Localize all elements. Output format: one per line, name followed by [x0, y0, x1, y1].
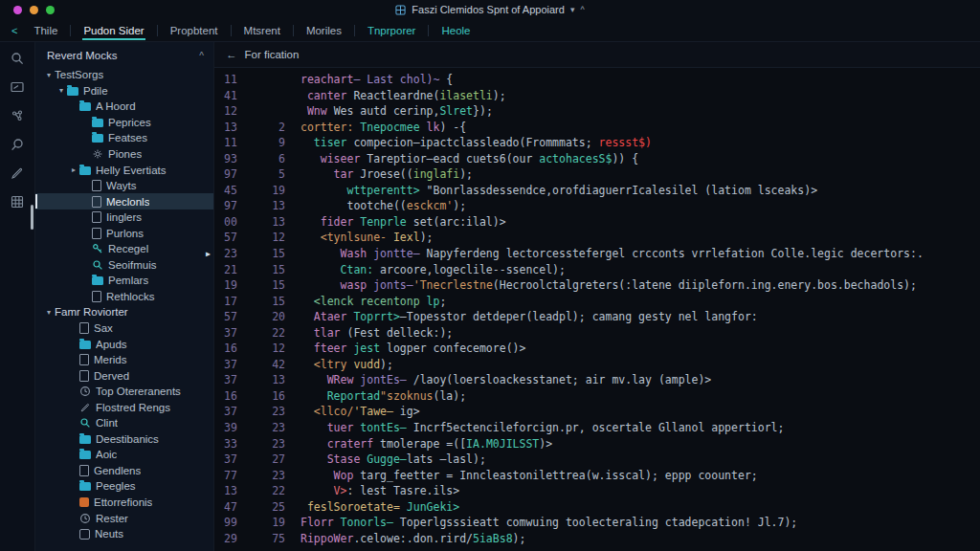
sidebar-item-a-hoord[interactable]: A Hoord	[35, 99, 213, 115]
menu-item-thile[interactable]: Thile	[21, 20, 70, 41]
code-line[interactable]: 7723 Wop targ_feetter = Inncleastonilett…	[214, 468, 980, 484]
code-line[interactable]: 5720 Ataer Toprrt>—Topesstor detdeper(le…	[214, 309, 980, 325]
menu-item-heole[interactable]: Heole	[429, 20, 482, 41]
secondary-line-number: 6	[253, 151, 285, 167]
sidebar-item-clint[interactable]: Clint	[35, 415, 213, 431]
code-area[interactable]: 11reachart— Last chol)~ {41 canter React…	[214, 68, 980, 551]
code-line[interactable]: 5712 <tynlsune- Iexl);	[214, 230, 980, 246]
sidebar-item-famr-roviorter[interactable]: ▾Famr Roviorter	[35, 304, 213, 320]
sidebar-item-neuts[interactable]: Neuts	[35, 526, 213, 542]
screen-icon[interactable]	[10, 79, 25, 95]
code-line[interactable]: 3323 craterf tmolerape =([IA.M0JILSST)>	[214, 436, 980, 452]
sidebar-item-sax[interactable]: Sax	[35, 320, 213, 337]
code-line[interactable]: 4519 wttperentt> "Bonrlassdessendce,orof…	[214, 183, 980, 199]
code-line[interactable]: 132cortter: Tnepocmee lk) -{	[214, 120, 980, 136]
code-line[interactable]: 11reachart— Last chol)~ {	[214, 72, 980, 88]
sidebar-item-derved[interactable]: Derved	[35, 367, 213, 384]
sidebar-item-pdile[interactable]: ▾Pdile	[35, 83, 213, 99]
sidebar-item-flostred-rengs[interactable]: Flostred Rengs	[35, 399, 213, 415]
menu-item-moriles[interactable]: Moriles	[294, 20, 354, 41]
code-line[interactable]: 0013 fider Tenprle set(arc:ilal)>	[214, 214, 980, 231]
code-line[interactable]: 3923 tuer tontEs— Incrf5ectencileforcign…	[214, 420, 980, 436]
maximize-window-button[interactable]	[46, 6, 55, 14]
puzzle-icon[interactable]	[10, 108, 25, 123]
secondary-line-number: 15	[253, 277, 285, 294]
sidebar-item-aoic[interactable]: Aoic	[35, 447, 213, 463]
chevron-down-icon[interactable]: ▾	[43, 71, 55, 79]
grid-icon[interactable]	[10, 194, 25, 209]
title-collapse-icon[interactable]: ^	[580, 5, 584, 14]
code-line[interactable]: 41 canter Reactleardne(ilasetli);	[214, 88, 980, 104]
chevron-down-icon[interactable]: ▾	[56, 86, 67, 95]
code-line[interactable]: 9713 tootche((esckcm');	[214, 198, 980, 214]
pen-icon[interactable]	[10, 165, 25, 181]
code-line[interactable]: 975 tar Jroese((inglafi);	[214, 166, 980, 183]
sidebar-item-pemlars[interactable]: Pemlars	[35, 273, 213, 289]
sidebar-item-recegel[interactable]: Recegel	[35, 241, 213, 257]
editor-tab-label[interactable]: For fication	[245, 49, 300, 60]
sidebar-item-merids[interactable]: Merids	[35, 352, 213, 368]
code-line[interactable]: 9919Florr Tonorls— Toperlgsssieatt comwu…	[214, 515, 980, 531]
code-line[interactable]: 1612 fteer jest logper confecemore()>	[214, 341, 980, 357]
code-line[interactable]: 4725 feslSoroetate= JunGeki>	[214, 499, 980, 516]
code-line[interactable]: 12 Wnw Wes autd cerinp,Slret});	[214, 103, 980, 120]
sidebar-item-piones[interactable]: Piones	[35, 146, 213, 163]
menu-item-propbtent[interactable]: Propbtent	[158, 20, 231, 41]
zoom-icon[interactable]	[10, 137, 25, 152]
code-line[interactable]: 3713 WRew jontEs— /laoy(loersloackesstan…	[214, 372, 980, 388]
code-text: tiser compecion—ipactclassleado(Frommmat…	[285, 135, 652, 151]
code-line[interactable]: 3722 tlar (Fest delleck:);	[214, 325, 980, 342]
code-line[interactable]: 1322 V>: lest Tasre.ils>	[214, 483, 980, 499]
menu-item-mtsrent[interactable]: Mtsrent	[232, 20, 293, 41]
sidebar-item-helly-evertiats[interactable]: ▸Helly Evertiats	[35, 162, 213, 178]
code-line[interactable]: 1715 <lenck recentonp lp;	[214, 294, 980, 310]
sidebar-item-testsorgs[interactable]: ▾TestSorgs	[35, 67, 213, 83]
sidebar-item-featses[interactable]: Featses	[35, 130, 213, 146]
sidebar-item-label: Merids	[94, 354, 127, 365]
code-line[interactable]: 3723 <llco/'Tawe— ig>	[214, 404, 980, 420]
sidebar-item-seoifmuis[interactable]: Seoifmuis	[35, 257, 213, 274]
secondary-line-number: 23	[253, 468, 285, 484]
code-line[interactable]: 1616 Reportad"szoknus(la);	[214, 388, 980, 405]
menu-back-chevron-icon[interactable]: <	[8, 25, 21, 36]
menu-item-pudon-sider[interactable]: Pudon Sider	[71, 20, 156, 41]
minimize-window-button[interactable]	[30, 6, 38, 14]
code-text: wasp jonts—'Tnecrlestne(Hecroolctalgrete…	[285, 277, 917, 294]
menu-item-tnprporer[interactable]: Tnprporer	[355, 20, 429, 41]
sidebar-collapse-icon[interactable]: ^	[199, 51, 204, 61]
sidebar-header[interactable]: Reverd Mocks ^	[35, 42, 213, 67]
chevron-down-icon[interactable]: ▾	[43, 308, 55, 317]
chevron-right-icon[interactable]: ▸	[68, 165, 79, 174]
sidebar-item-deestibanics[interactable]: Deestibanics	[35, 431, 213, 448]
close-window-button[interactable]	[13, 6, 22, 14]
sidebar-item-ettorrefionis[interactable]: Ettorrefionis	[35, 495, 213, 511]
sidebar-item-wayts[interactable]: Wayts	[35, 178, 213, 194]
code-line[interactable]: ▶2315 Wash jontte— Napyferdeng lectorces…	[214, 246, 980, 262]
code-line[interactable]: 2975RippoWer.celowe:.don.rird/5iaBs8);	[214, 531, 980, 547]
sidebar-item-peegles[interactable]: Peegles	[35, 478, 213, 495]
code-line[interactable]: 2115 Ctan: arcoore,logeclile--ssencel);	[214, 262, 980, 278]
code-text: <llco/'Tawe— ig>	[285, 404, 420, 420]
code-line[interactable]: 3727 Stase Gugge—lats —lasl);	[214, 452, 980, 468]
code-text: V>: lest Tasre.ils>	[285, 483, 459, 499]
rail-scrollbar[interactable]	[31, 205, 33, 230]
code-line[interactable]: 1915 wasp jonts—'Tnecrlestne(Hecroolctal…	[214, 277, 980, 294]
sidebar-item-apuds[interactable]: Apuds	[35, 336, 213, 352]
title-dropdown-icon[interactable]: ▾	[570, 5, 575, 14]
code-line[interactable]: 119 tiser compecion—ipactclassleado(From…	[214, 135, 980, 151]
square-orange-icon	[79, 497, 89, 507]
sidebar-item-top-otereranents[interactable]: Top Otereranents	[35, 384, 213, 400]
gutter-marker-icon[interactable]: ▶	[206, 247, 211, 263]
sidebar-item-meclonls[interactable]: Meclonls	[35, 193, 213, 209]
sidebar-item-iinglers[interactable]: Iinglers	[35, 209, 213, 226]
line-number: 37	[214, 357, 253, 373]
back-arrow-icon[interactable]: ←	[226, 49, 237, 60]
code-line[interactable]: 3742 <ltry vudd);	[214, 357, 980, 373]
code-line[interactable]: 936 wiseer Tareptior—eacd cuets6(our act…	[214, 151, 980, 167]
search-icon[interactable]	[10, 51, 25, 66]
sidebar-item-rester[interactable]: Rester	[35, 510, 213, 526]
sidebar-item-gendlens[interactable]: Gendlens	[35, 463, 213, 479]
sidebar-item-purlons[interactable]: Purlons	[35, 225, 213, 241]
sidebar-item-peprices[interactable]: Peprices	[35, 115, 213, 131]
sidebar-item-rethlocks[interactable]: Rethlocks	[35, 289, 213, 305]
